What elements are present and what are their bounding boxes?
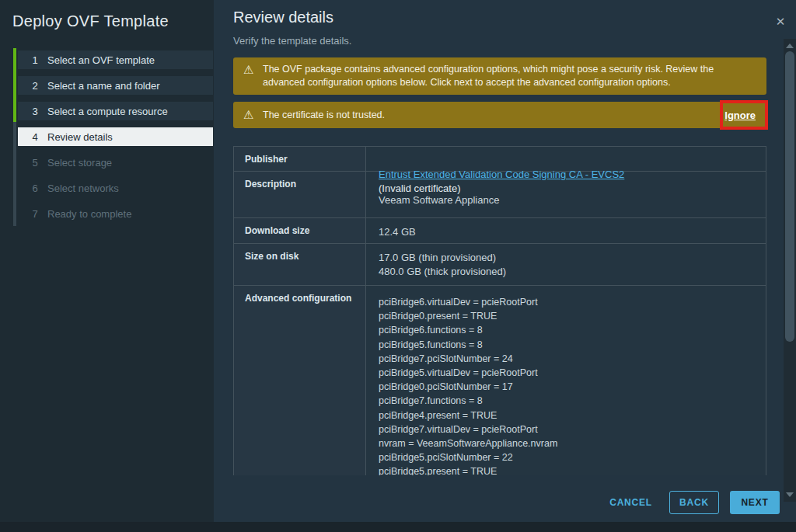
- step-select-compute-resource[interactable]: 3 Select a compute resource: [18, 102, 213, 120]
- table-row: Size on disk 17.0 GB (thin provisioned) …: [234, 244, 766, 286]
- certificate-warning-banner: ⚠ The certificate is not trusted. Ignore: [233, 102, 766, 128]
- warning-icon: ⚠: [243, 108, 253, 122]
- step-select-storage: 5 Select storage: [18, 153, 213, 172]
- scroll-up-arrow-icon[interactable]: [786, 43, 794, 48]
- scrollbar-thumb[interactable]: [785, 51, 794, 342]
- page-subtitle: Verify the template details.: [233, 35, 351, 47]
- wizard-steps: 1 Select an OVF template 2 Select a name…: [18, 50, 213, 230]
- vertical-scrollbar[interactable]: [784, 39, 796, 502]
- row-value: 17.0 GB (thin provisioned) 480.0 GB (thi…: [366, 244, 766, 285]
- table-row: Download size 12.4 GB: [234, 218, 766, 244]
- step-label: Select a compute resource: [47, 106, 168, 117]
- progress-rail-completed: [13, 48, 16, 122]
- row-label: Download size: [234, 218, 366, 243]
- progress-rail-remaining: [13, 122, 16, 226]
- wizard-footer: CANCEL BACK NEXT: [609, 491, 780, 514]
- details-scroll-viewport: Publisher Entrust Extended Validation Co…: [233, 146, 766, 475]
- step-label: Select networks: [47, 183, 119, 194]
- row-value: Veeam Software Appliance: [366, 172, 766, 217]
- step-label: Ready to complete: [47, 208, 131, 220]
- wizard-sidebar: Deploy OVF Template 1 Select an OVF temp…: [0, 0, 214, 522]
- dialog-title: Deploy OVF Template: [12, 12, 169, 30]
- step-label: Select a name and folder: [47, 80, 160, 92]
- step-number: 6: [29, 183, 41, 194]
- close-icon[interactable]: ✕: [772, 13, 789, 30]
- step-number: 4: [29, 131, 41, 143]
- step-select-name-folder[interactable]: 2 Select a name and folder: [18, 76, 213, 95]
- step-number: 1: [29, 54, 41, 66]
- step-ready-to-complete: 7 Ready to complete: [18, 204, 213, 223]
- step-number: 5: [29, 157, 41, 169]
- step-review-details[interactable]: 4 Review details: [18, 127, 213, 146]
- template-details-table: Publisher Entrust Extended Validation Co…: [233, 146, 766, 475]
- row-label: Publisher: [234, 147, 366, 171]
- back-button[interactable]: BACK: [669, 491, 719, 514]
- deploy-ovf-dialog: Deploy OVF Template 1 Select an OVF temp…: [0, 0, 796, 532]
- page-title: Review details: [233, 9, 333, 26]
- table-row: Publisher Entrust Extended Validation Co…: [234, 147, 766, 172]
- warning-text: The certificate is not trusted.: [263, 110, 385, 120]
- scroll-down-arrow-icon[interactable]: [786, 492, 794, 497]
- step-number: 2: [29, 80, 41, 92]
- step-number: 3: [29, 106, 41, 117]
- annotation-highlight-box: [720, 100, 768, 130]
- row-value: 12.4 GB: [366, 218, 766, 243]
- row-value: Entrust Extended Validation Code Signing…: [366, 147, 766, 171]
- step-select-ovf-template[interactable]: 1 Select an OVF template: [18, 50, 213, 69]
- page-background-strip: [0, 522, 796, 532]
- step-label: Select an OVF template: [47, 54, 155, 66]
- table-row: Description Veeam Software Appliance: [234, 172, 766, 218]
- step-label: Review details: [47, 131, 113, 143]
- warning-icon: ⚠: [243, 63, 253, 76]
- step-number: 7: [29, 208, 41, 220]
- step-label: Select storage: [47, 157, 112, 169]
- row-label: Description: [234, 172, 366, 217]
- cancel-button[interactable]: CANCEL: [609, 497, 652, 508]
- step-select-networks: 6 Select networks: [18, 179, 213, 197]
- table-row: Advanced configuration pciBridge6.virtua…: [234, 286, 766, 475]
- next-button[interactable]: NEXT: [730, 491, 780, 514]
- advanced-config-warning-banner: ⚠ The OVF package contains advanced conf…: [233, 57, 766, 95]
- row-label: Size on disk: [234, 244, 366, 285]
- row-label: Advanced configuration: [234, 286, 366, 475]
- row-value: pciBridge6.virtualDev = pcieRootPort pci…: [366, 286, 766, 475]
- warning-text: The OVF package contains advanced config…: [263, 63, 754, 89]
